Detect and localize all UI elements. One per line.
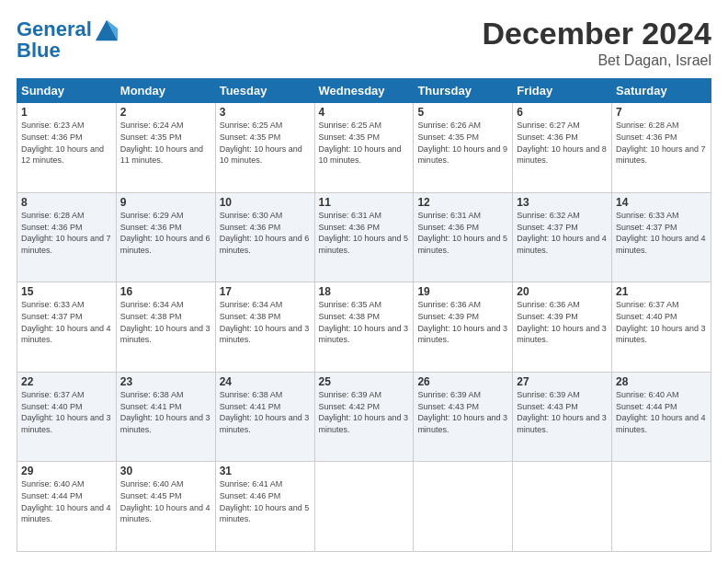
table-row [314,462,414,552]
day-number: 7 [616,106,707,119]
table-row: 27Sunrise: 6:39 AMSunset: 4:43 PMDayligh… [513,372,612,462]
day-info: Sunrise: 6:36 AMSunset: 4:39 PMDaylight:… [417,300,507,344]
page: General Blue December 2024 Bet Dagan, Is… [0,0,728,563]
day-number: 5 [417,106,508,119]
table-row: 7Sunrise: 6:28 AMSunset: 4:36 PMDaylight… [612,103,711,193]
day-info: Sunrise: 6:41 AMSunset: 4:46 PMDaylight:… [220,479,310,523]
table-row: 17Sunrise: 6:34 AMSunset: 4:38 PMDayligh… [215,282,314,373]
table-row: 9Sunrise: 6:29 AMSunset: 4:36 PMDaylight… [116,192,215,282]
day-number: 19 [417,285,508,298]
day-info: Sunrise: 6:30 AMSunset: 4:36 PMDaylight:… [220,211,310,255]
day-number: 4 [319,106,410,119]
calendar-row: 29Sunrise: 6:40 AMSunset: 4:44 PMDayligh… [17,462,711,552]
day-number: 10 [220,196,311,209]
header: General Blue December 2024 Bet Dagan, Is… [17,17,711,69]
day-info: Sunrise: 6:35 AMSunset: 4:38 PMDaylight:… [319,300,409,344]
day-info: Sunrise: 6:40 AMSunset: 4:44 PMDaylight:… [616,390,706,434]
day-info: Sunrise: 6:32 AMSunset: 4:37 PMDaylight:… [517,211,607,255]
location: Bet Dagan, Israel [482,52,711,69]
table-row: 1Sunrise: 6:23 AMSunset: 4:36 PMDaylight… [17,103,117,193]
table-row: 29Sunrise: 6:40 AMSunset: 4:44 PMDayligh… [17,462,117,552]
day-number: 16 [120,285,211,298]
table-row: 16Sunrise: 6:34 AMSunset: 4:38 PMDayligh… [116,282,215,373]
table-row: 10Sunrise: 6:30 AMSunset: 4:36 PMDayligh… [215,192,314,282]
logo: General Blue [17,17,119,63]
col-saturday: Saturday [612,79,711,103]
day-number: 25 [319,375,410,388]
day-info: Sunrise: 6:38 AMSunset: 4:41 PMDaylight:… [220,390,310,434]
day-info: Sunrise: 6:27 AMSunset: 4:36 PMDaylight:… [517,121,607,165]
col-wednesday: Wednesday [314,79,414,103]
day-number: 23 [120,375,211,388]
day-number: 1 [21,106,112,119]
day-number: 24 [220,375,311,388]
col-thursday: Thursday [414,79,513,103]
day-info: Sunrise: 6:40 AMSunset: 4:44 PMDaylight:… [21,479,111,523]
logo-icon [94,17,119,42]
day-info: Sunrise: 6:31 AMSunset: 4:36 PMDaylight:… [319,211,409,255]
table-row: 24Sunrise: 6:38 AMSunset: 4:41 PMDayligh… [215,372,314,462]
day-info: Sunrise: 6:37 AMSunset: 4:40 PMDaylight:… [21,390,111,434]
table-row: 8Sunrise: 6:28 AMSunset: 4:36 PMDaylight… [17,192,117,282]
table-row: 18Sunrise: 6:35 AMSunset: 4:38 PMDayligh… [314,282,414,373]
day-number: 18 [319,285,410,298]
day-number: 2 [120,106,211,119]
day-info: Sunrise: 6:24 AMSunset: 4:35 PMDaylight:… [120,121,203,165]
day-number: 26 [417,375,508,388]
table-row: 31Sunrise: 6:41 AMSunset: 4:46 PMDayligh… [215,462,314,552]
table-row: 30Sunrise: 6:40 AMSunset: 4:45 PMDayligh… [116,462,215,552]
calendar-row: 15Sunrise: 6:33 AMSunset: 4:37 PMDayligh… [17,282,711,373]
table-row: 19Sunrise: 6:36 AMSunset: 4:39 PMDayligh… [414,282,513,373]
day-info: Sunrise: 6:29 AMSunset: 4:36 PMDaylight:… [120,211,210,255]
table-row: 5Sunrise: 6:26 AMSunset: 4:35 PMDaylight… [414,103,513,193]
calendar-table: Sunday Monday Tuesday Wednesday Thursday… [17,78,711,552]
table-row: 13Sunrise: 6:32 AMSunset: 4:37 PMDayligh… [513,192,612,282]
col-tuesday: Tuesday [215,79,314,103]
day-number: 9 [120,196,211,209]
day-number: 28 [616,375,707,388]
table-row: 11Sunrise: 6:31 AMSunset: 4:36 PMDayligh… [314,192,414,282]
calendar-row: 8Sunrise: 6:28 AMSunset: 4:36 PMDaylight… [17,192,711,282]
calendar-row: 1Sunrise: 6:23 AMSunset: 4:36 PMDaylight… [17,103,711,193]
table-row [513,462,612,552]
day-info: Sunrise: 6:26 AMSunset: 4:35 PMDaylight:… [417,121,507,165]
day-info: Sunrise: 6:31 AMSunset: 4:36 PMDaylight:… [417,211,507,255]
calendar-header-row: Sunday Monday Tuesday Wednesday Thursday… [17,79,711,103]
table-row: 26Sunrise: 6:39 AMSunset: 4:43 PMDayligh… [414,372,513,462]
table-row: 14Sunrise: 6:33 AMSunset: 4:37 PMDayligh… [612,192,711,282]
day-info: Sunrise: 6:38 AMSunset: 4:41 PMDaylight:… [120,390,210,434]
day-info: Sunrise: 6:36 AMSunset: 4:39 PMDaylight:… [517,300,607,344]
calendar-row: 22Sunrise: 6:37 AMSunset: 4:40 PMDayligh… [17,372,711,462]
table-row: 6Sunrise: 6:27 AMSunset: 4:36 PMDaylight… [513,103,612,193]
table-row: 20Sunrise: 6:36 AMSunset: 4:39 PMDayligh… [513,282,612,373]
day-number: 30 [120,465,211,477]
table-row: 3Sunrise: 6:25 AMSunset: 4:35 PMDaylight… [215,103,314,193]
day-info: Sunrise: 6:40 AMSunset: 4:45 PMDaylight:… [120,479,210,523]
day-number: 29 [21,465,112,477]
table-row: 23Sunrise: 6:38 AMSunset: 4:41 PMDayligh… [116,372,215,462]
day-info: Sunrise: 6:23 AMSunset: 4:36 PMDaylight:… [21,121,104,165]
day-number: 22 [21,375,112,388]
month-title: December 2024 [482,17,711,51]
day-number: 21 [616,285,707,298]
day-info: Sunrise: 6:28 AMSunset: 4:36 PMDaylight:… [21,211,111,255]
table-row: 12Sunrise: 6:31 AMSunset: 4:36 PMDayligh… [414,192,513,282]
day-info: Sunrise: 6:39 AMSunset: 4:42 PMDaylight:… [319,390,409,434]
title-block: December 2024 Bet Dagan, Israel [482,17,711,69]
day-number: 14 [616,196,707,209]
col-monday: Monday [116,79,215,103]
day-info: Sunrise: 6:37 AMSunset: 4:40 PMDaylight:… [616,300,706,344]
day-info: Sunrise: 6:33 AMSunset: 4:37 PMDaylight:… [616,211,706,255]
day-info: Sunrise: 6:28 AMSunset: 4:36 PMDaylight:… [616,121,706,165]
col-friday: Friday [513,79,612,103]
table-row: 2Sunrise: 6:24 AMSunset: 4:35 PMDaylight… [116,103,215,193]
table-row [414,462,513,552]
table-row: 22Sunrise: 6:37 AMSunset: 4:40 PMDayligh… [17,372,117,462]
table-row: 28Sunrise: 6:40 AMSunset: 4:44 PMDayligh… [612,372,711,462]
day-info: Sunrise: 6:39 AMSunset: 4:43 PMDaylight:… [517,390,607,434]
table-row: 15Sunrise: 6:33 AMSunset: 4:37 PMDayligh… [17,282,117,373]
day-info: Sunrise: 6:39 AMSunset: 4:43 PMDaylight:… [417,390,507,434]
day-info: Sunrise: 6:25 AMSunset: 4:35 PMDaylight:… [319,121,402,165]
day-number: 15 [21,285,112,298]
day-number: 31 [220,465,311,477]
